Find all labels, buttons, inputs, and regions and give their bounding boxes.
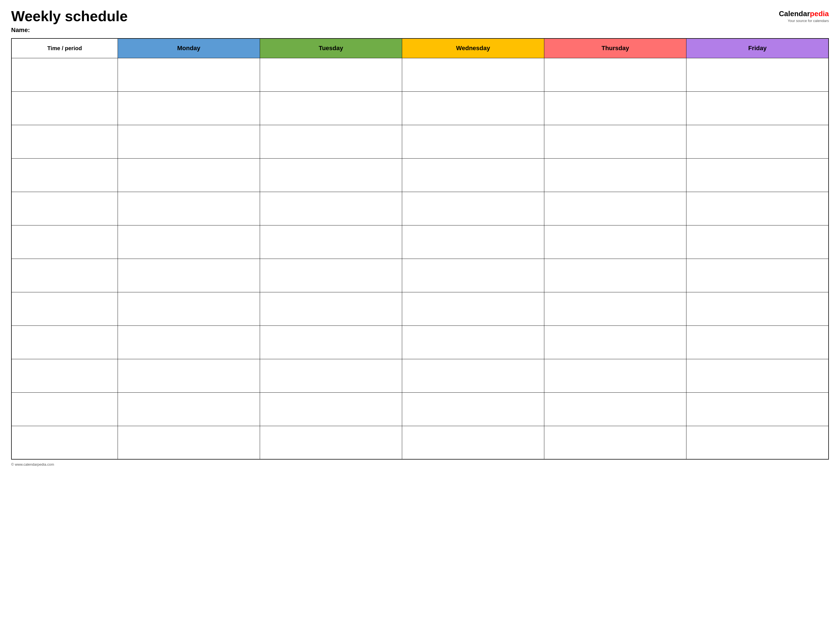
monday-cell[interactable] [118,325,260,359]
wednesday-cell[interactable] [402,192,544,225]
table-row [11,259,829,292]
thursday-cell[interactable] [544,125,687,158]
time-cell[interactable] [11,91,118,125]
tuesday-cell[interactable] [260,225,402,259]
table-body [11,58,829,459]
tuesday-cell[interactable] [260,58,402,91]
thursday-cell[interactable] [544,91,687,125]
tuesday-cell[interactable] [260,426,402,459]
footer-text: © www.calendarpedia.com [11,462,54,467]
friday-cell[interactable] [687,359,829,393]
name-label: Name: [11,27,128,34]
monday-cell[interactable] [118,91,260,125]
monday-cell[interactable] [118,125,260,158]
wednesday-cell[interactable] [402,259,544,292]
monday-cell[interactable] [118,192,260,225]
logo-section: Calendarpedia Your source for calendars [779,9,829,23]
monday-cell[interactable] [118,225,260,259]
thursday-cell[interactable] [544,393,687,426]
friday-cell[interactable] [687,426,829,459]
table-header: Time / period Monday Tuesday Wednesday T… [11,38,829,58]
thursday-cell[interactable] [544,292,687,325]
friday-cell[interactable] [687,125,829,158]
monday-cell[interactable] [118,359,260,393]
time-cell[interactable] [11,225,118,259]
time-cell[interactable] [11,158,118,192]
friday-cell[interactable] [687,225,829,259]
monday-cell[interactable] [118,292,260,325]
title-section: Weekly schedule Name: [11,8,128,34]
friday-cell[interactable] [687,393,829,426]
thursday-cell[interactable] [544,359,687,393]
tuesday-cell[interactable] [260,259,402,292]
tuesday-cell[interactable] [260,91,402,125]
table-row [11,325,829,359]
tuesday-cell[interactable] [260,325,402,359]
header-row: Time / period Monday Tuesday Wednesday T… [11,38,829,58]
thursday-cell[interactable] [544,192,687,225]
monday-cell[interactable] [118,393,260,426]
time-cell[interactable] [11,359,118,393]
tuesday-cell[interactable] [260,393,402,426]
table-row [11,393,829,426]
thursday-cell[interactable] [544,225,687,259]
table-row [11,125,829,158]
tuesday-cell[interactable] [260,158,402,192]
wednesday-cell[interactable] [402,91,544,125]
wednesday-cell[interactable] [402,426,544,459]
col-header-thursday: Thursday [544,38,687,58]
page-title: Weekly schedule [11,8,128,24]
wednesday-cell[interactable] [402,158,544,192]
thursday-cell[interactable] [544,325,687,359]
monday-cell[interactable] [118,426,260,459]
time-cell[interactable] [11,58,118,91]
table-row [11,158,829,192]
monday-cell[interactable] [118,158,260,192]
col-header-time: Time / period [11,38,118,58]
monday-cell[interactable] [118,58,260,91]
wednesday-cell[interactable] [402,292,544,325]
wednesday-cell[interactable] [402,393,544,426]
table-row [11,91,829,125]
thursday-cell[interactable] [544,426,687,459]
wednesday-cell[interactable] [402,359,544,393]
table-row [11,292,829,325]
logo-tagline: Your source for calendars [788,19,829,23]
thursday-cell[interactable] [544,158,687,192]
col-header-tuesday: Tuesday [260,38,402,58]
page-header: Weekly schedule Name: Calendarpedia Your… [11,8,829,34]
schedule-table: Time / period Monday Tuesday Wednesday T… [11,38,829,459]
friday-cell[interactable] [687,259,829,292]
wednesday-cell[interactable] [402,225,544,259]
friday-cell[interactable] [687,292,829,325]
thursday-cell[interactable] [544,259,687,292]
footer: © www.calendarpedia.com [11,462,829,467]
thursday-cell[interactable] [544,58,687,91]
time-cell[interactable] [11,393,118,426]
table-row [11,359,829,393]
col-header-wednesday: Wednesday [402,38,544,58]
time-cell[interactable] [11,192,118,225]
tuesday-cell[interactable] [260,292,402,325]
table-row [11,426,829,459]
time-cell[interactable] [11,125,118,158]
tuesday-cell[interactable] [260,192,402,225]
tuesday-cell[interactable] [260,125,402,158]
time-cell[interactable] [11,259,118,292]
logo-calendar-part: Calendar [779,9,810,18]
friday-cell[interactable] [687,192,829,225]
logo-text: Calendarpedia [779,9,829,18]
time-cell[interactable] [11,325,118,359]
monday-cell[interactable] [118,259,260,292]
time-cell[interactable] [11,292,118,325]
wednesday-cell[interactable] [402,58,544,91]
wednesday-cell[interactable] [402,325,544,359]
tuesday-cell[interactable] [260,359,402,393]
wednesday-cell[interactable] [402,125,544,158]
friday-cell[interactable] [687,58,829,91]
logo-pedia-part: pedia [810,9,829,18]
friday-cell[interactable] [687,91,829,125]
time-cell[interactable] [11,426,118,459]
friday-cell[interactable] [687,158,829,192]
friday-cell[interactable] [687,325,829,359]
